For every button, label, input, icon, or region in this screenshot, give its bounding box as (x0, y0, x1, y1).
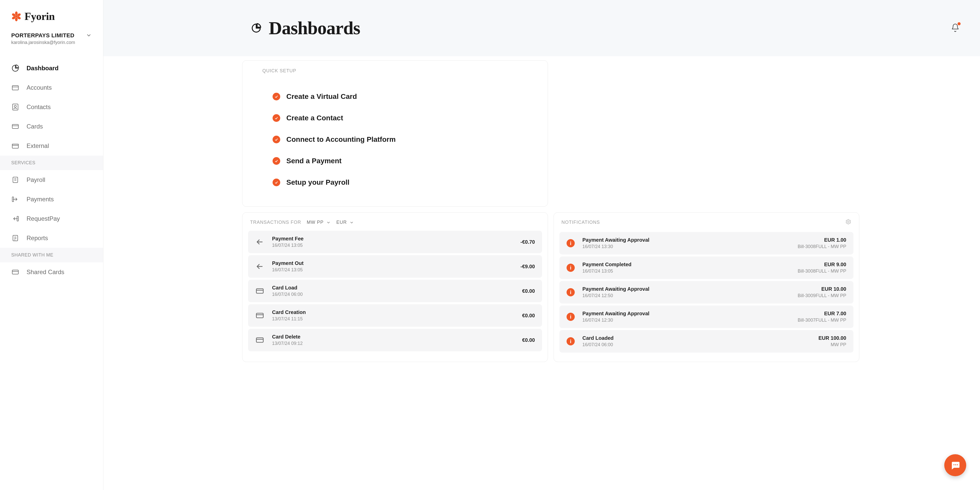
nav-services: Payroll Payments RequestPay Reports (0, 170, 103, 248)
brand-logo[interactable]: Fyorin (0, 0, 103, 30)
svg-rect-13 (13, 177, 18, 182)
notification-ref: MW PP (818, 342, 846, 348)
card-icon (255, 311, 264, 320)
svg-point-24 (957, 464, 958, 465)
check-icon (272, 157, 280, 165)
quick-setup-item-label: Create a Contact (286, 114, 343, 122)
nav-shared-header: SHARED WITH ME (0, 248, 103, 262)
nav-shared-cards[interactable]: Shared Cards (0, 262, 103, 282)
transactions-account-select[interactable]: MW PP (307, 220, 331, 225)
check-icon (272, 179, 280, 186)
nav-contacts[interactable]: Contacts (0, 97, 103, 117)
page-header: Dashboards (103, 0, 980, 56)
notification-amount: EUR 1.00 (798, 237, 846, 243)
svg-rect-8 (13, 104, 18, 110)
transaction-row[interactable]: Payment Fee 16/07/24 13:05 -€0.70 (248, 231, 542, 253)
nav-label: Dashboard (27, 65, 59, 72)
notification-date: 16/07/24 13:05 (582, 268, 790, 274)
svg-rect-12 (12, 144, 18, 145)
quick-setup-item[interactable]: Connect to Accounting Platform (262, 129, 528, 150)
card-icon (11, 122, 19, 131)
check-icon (272, 136, 280, 143)
notification-date: 16/07/24 13:30 (582, 244, 790, 249)
notifications-label: NOTIFICATIONS (562, 220, 600, 225)
check-icon (272, 93, 280, 101)
nav-requestpay[interactable]: RequestPay (0, 209, 103, 228)
nav-dashboard[interactable]: Dashboard (0, 59, 103, 78)
info-icon: i (566, 288, 575, 296)
payments-icon (11, 195, 19, 203)
transaction-title: Payment Out (272, 260, 513, 266)
info-icon: i (566, 313, 575, 321)
notifications-bell[interactable] (951, 23, 959, 33)
nav-cards[interactable]: Cards (0, 117, 103, 136)
reports-icon (11, 234, 19, 242)
notification-title: Payment Awaiting Approval (582, 311, 790, 316)
chat-button[interactable] (944, 454, 966, 476)
shared-cards-icon (11, 268, 19, 276)
notification-ref: Bill-3008FULL - MW PP (798, 244, 846, 249)
nav-label: External (27, 142, 49, 150)
nav-accounts[interactable]: Accounts (0, 78, 103, 97)
org-selector[interactable]: PORTERPAYS LIMITED karolina.jarosinska@f… (0, 30, 103, 53)
transaction-amount: -€9.00 (520, 263, 535, 270)
svg-rect-17 (12, 270, 18, 274)
transaction-amount: €0.00 (522, 313, 535, 319)
quick-setup-item[interactable]: Create a Contact (262, 107, 528, 129)
nav-label: Payroll (27, 176, 45, 184)
transaction-date: 16/07/24 13:05 (272, 243, 513, 248)
external-icon (11, 142, 19, 150)
payroll-icon (11, 176, 19, 184)
notification-title: Payment Awaiting Approval (582, 286, 790, 292)
quick-setup-item-label: Connect to Accounting Platform (286, 136, 396, 144)
arrow-left-icon (255, 262, 264, 271)
nav-external[interactable]: External (0, 136, 103, 156)
nav-reports[interactable]: Reports (0, 228, 103, 248)
quick-setup-item[interactable]: Send a Payment (262, 150, 528, 172)
nav-payments[interactable]: Payments (0, 190, 103, 209)
notification-row[interactable]: i Card Loaded 16/07/24 06:00 EUR 100.00 … (559, 330, 853, 353)
svg-rect-10 (12, 124, 18, 129)
chat-icon (950, 460, 960, 470)
notification-row[interactable]: i Payment Awaiting Approval 16/07/24 12:… (559, 306, 853, 328)
notification-title: Payment Completed (582, 262, 790, 268)
transaction-row[interactable]: Card Creation 13/07/24 11:15 €0.00 (248, 304, 542, 327)
pie-chart-icon (11, 64, 19, 72)
notification-date: 16/07/24 12:30 (582, 318, 790, 323)
nav-label: Payments (27, 196, 54, 203)
transaction-row[interactable]: Card Delete 13/07/24 09:12 €0.00 (248, 329, 542, 351)
notification-row[interactable]: i Payment Awaiting Approval 16/07/24 13:… (559, 232, 853, 254)
svg-rect-7 (12, 86, 18, 90)
svg-point-9 (14, 105, 16, 107)
nav-label: Cards (27, 123, 43, 130)
svg-rect-19 (256, 313, 263, 318)
nav-label: Shared Cards (27, 268, 64, 276)
gear-icon[interactable] (845, 219, 851, 226)
requestpay-icon (11, 215, 19, 223)
transaction-row[interactable]: Payment Out 16/07/24 13:05 -€9.00 (248, 255, 542, 278)
arrow-left-icon (255, 237, 264, 247)
notification-ref: Bill-3009FULL - MW PP (798, 293, 846, 298)
svg-rect-18 (256, 289, 263, 293)
transaction-row[interactable]: Card Load 16/07/24 06:00 €0.00 (248, 280, 542, 302)
transactions-currency-select[interactable]: EUR (336, 220, 354, 225)
quick-setup-label: QUICK SETUP (262, 68, 528, 73)
quick-setup-item[interactable]: Setup your Payroll (262, 172, 528, 193)
transaction-date: 13/07/24 09:12 (272, 341, 514, 346)
notification-row[interactable]: i Payment Awaiting Approval 16/07/24 12:… (559, 281, 853, 303)
svg-point-23 (955, 464, 956, 465)
notification-row[interactable]: i Payment Completed 16/07/24 13:05 EUR 9… (559, 257, 853, 279)
nav-primary: Dashboard Accounts Contacts Cards (0, 53, 103, 156)
page-title: Dashboards (269, 18, 360, 39)
check-icon (272, 114, 280, 122)
info-icon: i (566, 263, 575, 272)
nav-label: RequestPay (27, 215, 60, 222)
quick-setup-item[interactable]: Create a Virtual Card (262, 86, 528, 107)
nav-payroll[interactable]: Payroll (0, 170, 103, 190)
svg-rect-11 (12, 144, 18, 148)
quick-setup-item-label: Create a Virtual Card (286, 93, 357, 101)
nav-label: Reports (27, 235, 48, 242)
notification-title: Payment Awaiting Approval (582, 237, 790, 243)
notification-ref: Bill-3007FULL - MW PP (798, 318, 846, 323)
svg-rect-14 (12, 197, 14, 202)
